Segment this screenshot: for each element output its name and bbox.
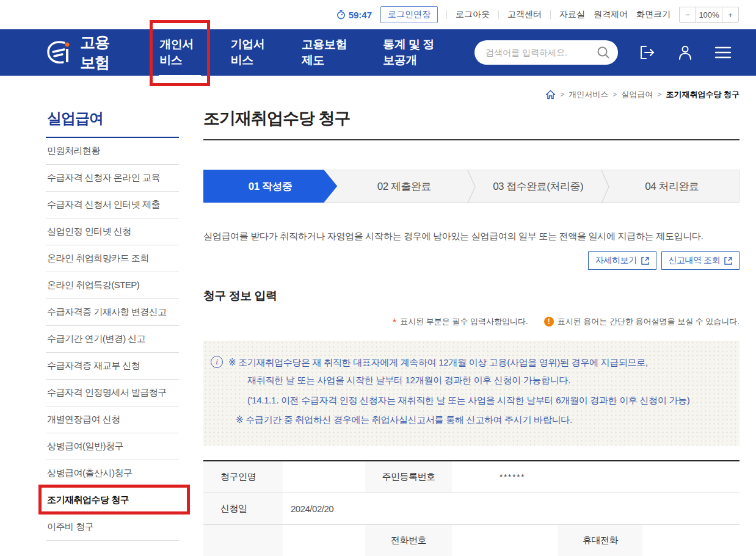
logo-icon [46, 39, 74, 66]
divider [498, 10, 499, 19]
sidebar-item-reissue[interactable]: 수급자격증 재교부 신청 [46, 353, 179, 380]
program-description: 실업급여를 받다가 취직하거나 자영업을 시작하는 경우에 남아있는 실업급여의… [203, 231, 740, 242]
step-received: 03 접수완료(처리중) [471, 170, 605, 202]
session-timer: 59:47 [336, 10, 372, 20]
step-submitted: 02 제출완료 [337, 170, 471, 202]
sidebar-item-unemployment-recognition[interactable]: 실업인정 인터넷 신청 [46, 218, 179, 245]
claim-input-section-title: 청구 정보 입력 [203, 288, 740, 304]
step-indicator: 01 작성중 02 제출완료 03 접수완료(처리중) 04 처리완료 [203, 170, 740, 203]
spacer-cell [283, 524, 365, 556]
sidebar-item-sickness-maternity[interactable]: 상병급여(출산시)청구 [46, 460, 179, 487]
logo-text: 고용보험 [80, 32, 119, 73]
breadcrumb-unemployment-benefits[interactable]: 실업급여 [621, 89, 653, 100]
step-completed: 04 처리완료 [605, 170, 739, 202]
remote-control-link[interactable]: 원격제어 [594, 9, 628, 20]
timer-icon [336, 10, 346, 20]
nav-icons [639, 44, 732, 61]
menu-icon[interactable] [714, 46, 732, 59]
nav-item-label: 개인서비스 [159, 38, 194, 67]
extend-login-button[interactable]: 로그인연장 [380, 6, 438, 23]
info-icon: i [211, 356, 223, 368]
term-alert-icon: ! [544, 317, 554, 327]
divider [446, 10, 447, 19]
external-link-icon [641, 257, 649, 265]
breadcrumb: > 개인서비스 > 실업급여 > 조기재취업수당 청구 [0, 76, 756, 106]
sidebar-item-extended-benefit[interactable]: 개별연장급여 신청 [46, 406, 179, 433]
chevron-separator [467, 170, 476, 203]
nav-item-statistics[interactable]: 통계 및 정보공개 [382, 33, 445, 72]
rrn-value: ****** [452, 461, 740, 493]
resources-link[interactable]: 자료실 [559, 9, 585, 20]
phone-value[interactable] [452, 524, 558, 556]
nav-item-personal-services[interactable]: 개인서비스 [158, 33, 201, 72]
search-input[interactable] [485, 48, 596, 57]
nav-item-business-services[interactable]: 기업서비스 [230, 33, 272, 72]
customer-center-link[interactable]: 고객센터 [507, 9, 542, 20]
mobile-value[interactable] [642, 524, 740, 556]
sidebar-item-change-report[interactable]: 수급자격증 기재사항 변경신고 [46, 299, 179, 326]
breadcrumb-current-page: 조기재취업수당 청구 [666, 89, 740, 100]
sidebar-item-early-reemployment[interactable]: 조기재취업수당 청구 [46, 487, 179, 514]
sidebar-item-period-postpone[interactable]: 수급기간 연기(변경) 신고 [46, 326, 179, 353]
input-notes: * 표시된 부분은 필수 입력사항입니다. ! 표시된 용어는 간단한 용어설명… [203, 316, 740, 327]
page-title: 조기재취업수당 청구 [203, 106, 740, 140]
breadcrumb-separator: > [657, 90, 661, 99]
notice-line: ('14.1.1. 이전 수급자격 인정 신청자는 재취직한 날 또는 사업을 … [211, 393, 725, 407]
breadcrumb-separator: > [612, 90, 617, 99]
sidebar: 실업급여 민원처리현황 수급자격 신청자 온라인 교육 수급자격 신청서 인터넷… [46, 106, 179, 556]
report-history-button[interactable]: 신고내역 조회 [661, 251, 740, 270]
nav-item-label: 통계 및 정보공개 [383, 38, 434, 67]
nav-item-insurance-system[interactable]: 고용보험 제도 [300, 33, 354, 72]
breadcrumb-personal-services[interactable]: 개인서비스 [569, 89, 608, 100]
nav-item-label: 고용보험 제도 [302, 38, 347, 67]
notice-line: i ※ 조기재취업수당은 재 취직한 대표자에게 계속하여 12개월 이상 고용… [211, 355, 725, 369]
zoom-in-button[interactable]: + [722, 7, 738, 22]
chevron-separator [601, 170, 609, 203]
sidebar-item-moving-expense[interactable]: 이주비 청구 [46, 514, 179, 541]
breadcrumb-separator: > [560, 90, 564, 99]
sidebar-item-sickness-general[interactable]: 상병급여(일반)청구 [46, 433, 179, 460]
nav-menu: 개인서비스 기업서비스 고용보험 제도 통계 및 정보공개 [158, 33, 445, 72]
phone-label: 전화번호 [365, 524, 452, 556]
search-box [474, 40, 618, 65]
zoom-level: 100% [696, 7, 722, 22]
claim-info-table: 청구인명 주민등록번호 ****** 신청일 2024/02/20 주소 전화번… [203, 460, 740, 556]
active-underline [159, 75, 200, 78]
user-icon[interactable] [677, 44, 694, 61]
external-link-icon [724, 257, 732, 265]
sidebar-item-statement-issue[interactable]: 수급자격 인정명세서 발급청구 [46, 380, 179, 406]
utility-bar: 59:47 로그인연장 로그아웃 고객센터 자료실 원격제어 화면크기 − 10… [0, 0, 756, 29]
notice-line: ※ 수급기간 중 취업하신 경우에는 취업사실신고서를 통해 신고하여 주시기 … [211, 413, 725, 427]
main-navbar: 고용보험 개인서비스 기업서비스 고용보험 제도 통계 및 정보공개 [0, 29, 756, 76]
notice-line: 재취직한 날 또는 사업을 시작한 날부터 12개월이 경과한 이후 신청이 가… [211, 373, 725, 387]
home-icon[interactable] [545, 90, 556, 99]
action-buttons: 자세히보기 신고내역 조회 [203, 251, 740, 270]
content-area: 실업급여 민원처리현황 수급자격 신청자 온라인 교육 수급자격 신청서 인터넷… [0, 106, 756, 556]
table-row-apply-date: 신청일 2024/02/20 [203, 493, 740, 524]
detail-view-button[interactable]: 자세히보기 [588, 251, 656, 270]
zoom-out-button[interactable]: − [680, 7, 696, 22]
apply-date-label: 신청일 [203, 493, 283, 524]
logout-icon[interactable] [639, 44, 656, 61]
logout-link[interactable]: 로그아웃 [456, 9, 490, 20]
divider [550, 10, 551, 19]
sidebar-item-step-lecture[interactable]: 온라인 취업특강(STEP) [46, 272, 179, 299]
sidebar-item-hope-card[interactable]: 온라인 취업희망카드 조회 [46, 245, 179, 272]
sidebar-item-internet-submission[interactable]: 수급자격 신청서 인터넷 제출 [46, 192, 179, 218]
required-asterisk-icon: * [393, 320, 397, 326]
zoom-control: − 100% + [679, 7, 739, 23]
sidebar-item-complaint-status[interactable]: 민원처리현황 [46, 138, 179, 165]
logo[interactable]: 고용보험 [46, 32, 119, 73]
search-icon[interactable] [596, 45, 611, 60]
sidebar-title: 실업급여 [46, 106, 179, 138]
main-panel: 조기재취업수당 청구 01 작성중 02 제출완료 03 접수완료(처리중) 0… [203, 106, 740, 556]
nav-item-label: 기업서비스 [231, 38, 265, 67]
screen-size-label: 화면크기 [636, 9, 671, 20]
sidebar-item-online-education[interactable]: 수급자격 신청자 온라인 교육 [46, 165, 179, 192]
address-label: 주소 [203, 524, 283, 556]
apply-date-value: 2024/02/20 [283, 493, 740, 524]
term-note: ! 표시된 용어는 간단한 용어설명을 보실 수 있습니다. [544, 316, 740, 327]
table-row-claimant: 청구인명 주민등록번호 ****** [203, 461, 740, 493]
step-writing: 01 작성중 [203, 170, 337, 203]
claimant-value [283, 461, 365, 493]
